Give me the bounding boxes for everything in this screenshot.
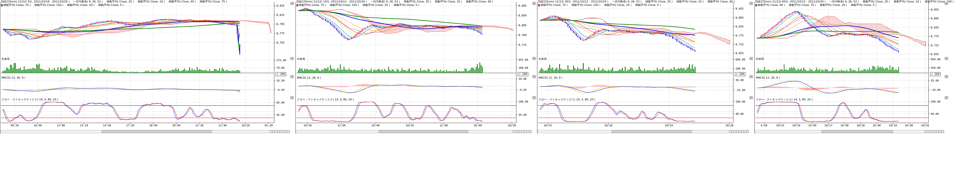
trading-workspace: { "app": {"background": "#ffffff"}, "ico… (0, 0, 980, 188)
svg-text:35.00: 35.00 (277, 113, 285, 117)
pane-collapse-button[interactable]: ▼ (945, 57, 948, 60)
pane-collapse-button[interactable]: ▼ (290, 2, 294, 5)
svg-text:-0.50: -0.50 (277, 88, 285, 92)
horizontal-scrollbar[interactable] (755, 130, 944, 133)
chart-window-5min: 8,8358,8158,7958,7758,755175.0070.0016.5… (0, 0, 294, 135)
axis-multiplier-badge: × 100 (276, 72, 286, 76)
pane-collapse-button[interactable]: ▼ (945, 2, 948, 5)
svg-text:12:00: 12:00 (337, 124, 345, 127)
svg-text:21:20: 21:20 (196, 124, 204, 127)
svg-text:16.50: 16.50 (277, 79, 285, 82)
scrollbar-page-buttons[interactable] (270, 131, 290, 133)
svg-text:8,895: 8,895 (735, 16, 744, 19)
horizontal-scrollbar[interactable] (0, 130, 290, 133)
svg-text:8,835: 8,835 (735, 25, 744, 28)
svg-text:6:00: 6:00 (761, 124, 767, 127)
svg-text:600.00: 600.00 (735, 58, 745, 61)
svg-text:12:00: 12:00 (57, 124, 65, 127)
svg-text:8,895: 8,895 (519, 4, 527, 7)
svg-text:175.00: 175.00 (277, 59, 286, 62)
pane-collapse-button[interactable]: ▼ (533, 96, 536, 99)
chart-window-30min: 8,9558,8958,8358,7758,7158,655600.00200.… (537, 0, 753, 135)
svg-text:10/18: 10/18 (604, 124, 612, 127)
scrollbar-thumb[interactable] (612, 130, 692, 133)
svg-text:30.00: 30.00 (735, 79, 744, 82)
svg-text:10/19: 10/19 (889, 124, 897, 127)
svg-text:10/20: 10/20 (725, 124, 733, 127)
svg-text:18:40: 18:40 (149, 124, 157, 127)
svg-text:10/14: 10/14 (792, 124, 800, 127)
svg-text:13:20: 13:20 (80, 124, 88, 127)
svg-text:350.00: 350.00 (931, 66, 940, 70)
svg-text:10/19: 10/19 (665, 124, 673, 127)
svg-text:-10.00: -10.00 (931, 88, 940, 92)
svg-text:8,835: 8,835 (277, 4, 285, 7)
pane-collapse-button[interactable]: ▼ (533, 57, 536, 60)
pane-collapse-button[interactable]: ▼ (749, 96, 753, 99)
svg-text:8,955: 8,955 (735, 7, 744, 10)
svg-text:8,755: 8,755 (277, 41, 285, 44)
horizontal-scrollbar[interactable] (296, 130, 532, 133)
svg-text:10/20: 10/20 (508, 124, 516, 127)
axis-multiplier-badge: × 100 (735, 72, 745, 76)
svg-text:95.00: 95.00 (277, 101, 285, 104)
svg-text:10/18: 10/18 (857, 124, 865, 127)
svg-text:40.00: 40.00 (735, 112, 744, 115)
pane-collapse-button[interactable]: ▼ (290, 75, 294, 78)
svg-text:10/20: 10/20 (242, 124, 250, 127)
svg-text:8,775: 8,775 (735, 34, 744, 37)
chart-canvas-5min[interactable]: 8,8358,8158,7958,7758,755175.0070.0016.5… (0, 0, 294, 135)
svg-text:8,835: 8,835 (931, 26, 939, 29)
svg-text:8,795: 8,795 (277, 22, 285, 26)
svg-text:16:00: 16:00 (873, 124, 881, 127)
scrollbar-thumb[interactable] (379, 130, 468, 133)
svg-text:40.00: 40.00 (931, 112, 939, 115)
svg-text:8,655: 8,655 (735, 52, 744, 55)
svg-text:8,715: 8,715 (735, 43, 744, 46)
scrollbar-page-buttons[interactable] (924, 131, 944, 133)
svg-text:8,715: 8,715 (519, 43, 527, 46)
svg-text:10/19: 10/19 (406, 124, 414, 127)
chart-canvas-60min[interactable]: 8,9558,8958,8358,7758,7158,655950.00350.… (754, 0, 948, 135)
svg-text:22:40: 22:40 (218, 124, 227, 127)
pane-collapse-button[interactable]: ▼ (749, 2, 753, 5)
svg-text:10/18: 10/18 (303, 124, 312, 127)
svg-text:20:00: 20:00 (172, 124, 180, 127)
pane-collapse-button[interactable]: ▼ (533, 2, 536, 5)
svg-text:100.00: 100.00 (735, 100, 745, 103)
pane-collapse-button[interactable]: ▼ (945, 96, 948, 99)
pane-collapse-button[interactable]: ▼ (290, 57, 294, 60)
svg-text:17:20: 17:20 (126, 124, 134, 127)
svg-text:8,775: 8,775 (931, 35, 939, 38)
svg-text:20:00: 20:00 (474, 124, 482, 127)
chart-window-60min: 8,9558,8958,8358,7758,7158,655950.00350.… (754, 0, 948, 135)
pane-collapse-button[interactable]: ▼ (749, 75, 753, 78)
svg-text:19.00: 19.00 (519, 77, 527, 81)
svg-text:14:40: 14:40 (103, 124, 111, 127)
svg-text:10:40: 10:40 (33, 124, 42, 127)
pane-collapse-button[interactable]: ▼ (945, 75, 948, 78)
pane-collapse-button[interactable]: ▼ (533, 75, 536, 78)
scrollbar-thumb[interactable] (102, 130, 212, 133)
svg-text:950.00: 950.00 (931, 58, 940, 61)
svg-text:8,895: 8,895 (931, 17, 939, 20)
chart-window-15min: 8,8958,8508,8058,7608,715455.00180.0019.… (296, 0, 536, 135)
svg-text:8,850: 8,850 (519, 14, 527, 17)
svg-text:200.00: 200.00 (735, 67, 745, 70)
scrollbar-thumb[interactable] (821, 130, 893, 133)
svg-text:35.00: 35.00 (519, 113, 527, 117)
scrollbar-page-buttons[interactable] (729, 131, 748, 133)
svg-text:16:00: 16:00 (905, 124, 913, 127)
chart-canvas-30min[interactable]: 8,9558,8958,8358,7758,7158,655600.00200.… (537, 0, 753, 135)
svg-text:12:00: 12:00 (440, 124, 448, 127)
svg-text:8,760: 8,760 (519, 33, 527, 37)
pane-collapse-button[interactable]: ▼ (290, 96, 294, 99)
scrollbar-page-buttons[interactable] (512, 131, 531, 133)
pane-collapse-button[interactable]: ▼ (749, 57, 753, 60)
svg-text:35.00: 35.00 (931, 79, 939, 82)
svg-text:8,805: 8,805 (519, 24, 527, 27)
axis-multiplier-badge: × 100 (518, 72, 528, 76)
chart-canvas-15min[interactable]: 8,8958,8508,8058,7608,715455.00180.0019.… (296, 0, 536, 135)
horizontal-scrollbar[interactable] (538, 130, 749, 133)
svg-text:8,715: 8,715 (931, 44, 939, 47)
